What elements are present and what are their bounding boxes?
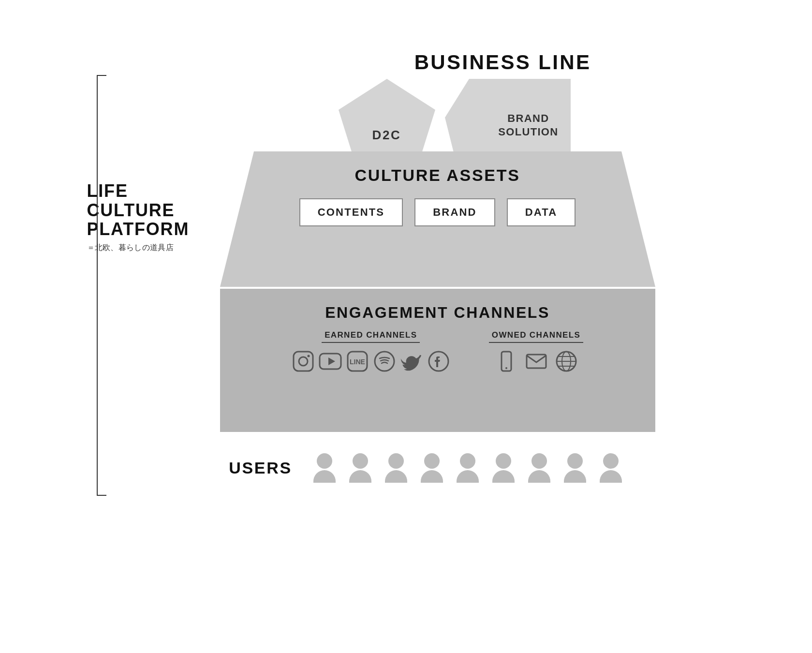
web-icon <box>555 350 578 373</box>
engagement-channels-title: ENGAGEMENT CHANNELS <box>325 304 550 322</box>
culture-assets-layer: CULTURE ASSETS CONTENTS BRAND DATA <box>220 151 655 287</box>
d2c-shape: D2C <box>339 79 435 156</box>
svg-rect-16 <box>527 355 546 368</box>
youtube-icon <box>319 350 342 373</box>
owned-icons <box>495 350 578 373</box>
bracket-top <box>97 75 106 76</box>
business-line-title: BUSINESS LINE <box>414 51 591 74</box>
d2c-label: D2C <box>372 128 401 143</box>
spotify-icon <box>373 350 396 373</box>
svg-point-7 <box>307 355 310 357</box>
svg-point-12 <box>375 352 394 371</box>
svg-marker-9 <box>328 357 335 365</box>
svg-rect-5 <box>294 352 313 371</box>
owned-channels-group: OWNED CHANNELS <box>489 330 583 373</box>
svg-point-6 <box>299 357 308 366</box>
business-shapes: D2C BRAND SOLUTION <box>339 79 571 156</box>
pyramid-container: CULTURE ASSETS CONTENTS BRAND DATA ENGAG… <box>220 151 655 444</box>
culture-boxes: CONTENTS BRAND DATA <box>299 198 576 226</box>
page: LIFE CULTURE PLATFORM ＝北欧、暮らしの道具店 BUSINE… <box>0 0 812 653</box>
bracket <box>97 75 111 496</box>
user-icon-8 <box>564 453 586 483</box>
svg-marker-0 <box>339 79 435 156</box>
main-content: LIFE CULTURE PLATFORM ＝北欧、暮らしの道具店 BUSINE… <box>116 36 696 617</box>
brand-solution-label: BRAND SOLUTION <box>498 112 558 139</box>
bracket-vertical <box>97 75 98 496</box>
mobile-icon <box>495 350 518 373</box>
user-icon-2 <box>349 453 371 483</box>
culture-box-contents: CONTENTS <box>299 198 403 226</box>
user-icon-9 <box>600 453 622 483</box>
email-icon <box>525 350 548 373</box>
user-icon-3 <box>385 453 407 483</box>
user-icon-6 <box>492 453 515 483</box>
line-icon: LINE <box>346 350 369 373</box>
twitter-icon <box>400 350 423 373</box>
instagram-icon <box>292 350 315 373</box>
user-icon-4 <box>421 453 443 483</box>
culture-box-data: DATA <box>507 198 576 226</box>
user-icon-1 <box>313 453 336 483</box>
brand-solution-shape: BRAND SOLUTION <box>445 79 571 156</box>
channels-row: EARNED CHANNELS <box>292 330 583 373</box>
earned-channels-group: EARNED CHANNELS <box>292 330 450 373</box>
users-row: USERS <box>229 453 622 483</box>
earned-icons: LINE <box>292 350 450 373</box>
facebook-icon <box>427 350 450 373</box>
owned-channels-label: OWNED CHANNELS <box>489 330 583 343</box>
svg-text:LINE: LINE <box>350 358 365 366</box>
user-icon-7 <box>528 453 550 483</box>
earned-channels-label: EARNED CHANNELS <box>322 330 420 343</box>
user-icon-5 <box>457 453 479 483</box>
svg-point-15 <box>505 367 507 369</box>
users-label: USERS <box>229 459 292 477</box>
culture-box-brand: BRAND <box>414 198 495 226</box>
d2c-shape-svg <box>339 79 435 156</box>
culture-assets-title: CULTURE ASSETS <box>354 166 520 185</box>
engagement-channels-layer: ENGAGEMENT CHANNELS EARNED CHANNELS <box>220 292 655 432</box>
bracket-bottom <box>97 495 106 496</box>
